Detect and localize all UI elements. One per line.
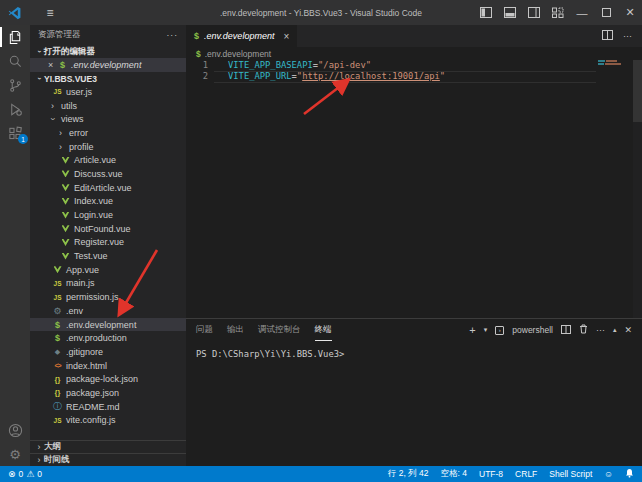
tree-item-label: .gitignore: [66, 347, 103, 357]
panel-tab[interactable]: 调试控制台: [258, 319, 301, 341]
problems-status[interactable]: ⊗ 0 ⚠ 0: [8, 469, 42, 479]
toggle-sidebar-icon[interactable]: [474, 0, 498, 25]
tree-item-utils[interactable]: ›utils: [30, 99, 186, 113]
editor-more-actions-icon[interactable]: ···: [623, 31, 632, 41]
tree-item-index-vue[interactable]: Index.vue: [30, 195, 186, 209]
customize-layout-icon[interactable]: [546, 0, 570, 25]
tree-item-permission-js[interactable]: JSpermission.js: [30, 290, 186, 304]
tree-item--env[interactable]: ⚙.env: [30, 304, 186, 318]
terminal[interactable]: PS D:\CSharp\Yi\Yi.BBS.Vue3>: [186, 341, 642, 466]
extensions-icon[interactable]: 1: [0, 121, 30, 145]
env-file-icon: $: [60, 60, 71, 70]
tree-item--env-development[interactable]: $.env.development: [30, 318, 186, 332]
project-root-section[interactable]: › YI.BBS.VUE3: [30, 72, 186, 85]
tree-item-label: README.md: [66, 402, 120, 412]
tree-item-label: package.json: [66, 388, 119, 398]
panel-tab[interactable]: 终端: [315, 319, 332, 341]
tree-item-test-vue[interactable]: Test.vue: [30, 249, 186, 263]
language-mode[interactable]: Shell Script: [549, 469, 592, 479]
chevron-down-icon: ›: [35, 74, 44, 84]
tree-item-views[interactable]: ›views: [30, 112, 186, 126]
code-editor[interactable]: 1VITE_APP_BASEAPI="/api-dev"2VITE_APP_UR…: [186, 60, 642, 318]
encoding[interactable]: UTF-8: [479, 469, 503, 479]
tree-item-readme-md[interactable]: ⓘREADME.md: [30, 400, 186, 414]
timeline-section[interactable]: › 时间线: [30, 453, 186, 466]
indentation[interactable]: 空格: 4: [441, 468, 467, 480]
notifications-bell-icon[interactable]: [625, 468, 634, 480]
outline-section[interactable]: › 大纲: [30, 440, 186, 453]
vue-icon: [60, 212, 71, 219]
toggle-panel-icon[interactable]: [498, 0, 522, 25]
toggle-secondary-sidebar-icon[interactable]: [522, 0, 546, 25]
maximize-button[interactable]: [594, 0, 618, 25]
tree-item-profile[interactable]: ›profile: [30, 140, 186, 154]
maximize-panel-icon[interactable]: ▴: [613, 326, 617, 334]
split-terminal-icon[interactable]: [561, 325, 571, 336]
json-icon: {}: [52, 388, 63, 397]
tab-env-development[interactable]: $ .env.development ×: [186, 25, 297, 47]
open-editor-item[interactable]: × $ .env.development: [30, 58, 186, 72]
source-control-icon[interactable]: [0, 73, 30, 97]
code-line-2[interactable]: 2VITE_APP_URL="http://localhost:19001/ap…: [186, 71, 642, 82]
shell-label[interactable]: powershell: [512, 325, 553, 335]
close-panel-icon[interactable]: ✕: [624, 325, 632, 335]
chevron-closed-icon: ›: [55, 142, 66, 152]
editor-area: $ .env.development × ··· $ .env.developm…: [186, 25, 642, 466]
tree-item-register-vue[interactable]: Register.vue: [30, 236, 186, 250]
eol[interactable]: CRLF: [515, 469, 537, 479]
tree-item-index-html[interactable]: <>index.html: [30, 359, 186, 373]
search-icon[interactable]: [0, 49, 30, 73]
split-editor-icon[interactable]: [602, 30, 613, 42]
panel-more-actions-icon[interactable]: ···: [596, 325, 605, 335]
env-value: ": [440, 71, 445, 81]
html-icon: <>: [52, 362, 63, 369]
tree-item-vite-config-js[interactable]: JSvite.config.js: [30, 414, 186, 428]
tree-item--gitignore[interactable]: ◆.gitignore: [30, 345, 186, 359]
tree-item-package-json[interactable]: {}package.json: [30, 386, 186, 400]
terminal-dropdown-chevron-icon[interactable]: ▾: [484, 326, 488, 334]
close-button[interactable]: ✕: [618, 0, 642, 25]
url-link[interactable]: http://localhost:19001/api: [302, 71, 440, 81]
breadcrumb[interactable]: $ .env.development: [186, 47, 642, 60]
kill-terminal-icon[interactable]: [579, 324, 588, 336]
tree-item--env-production[interactable]: $.env.production: [30, 331, 186, 345]
tab-close-icon[interactable]: ×: [283, 31, 289, 42]
cursor-position[interactable]: 行 2, 列 42: [388, 468, 429, 480]
close-editor-icon[interactable]: ×: [48, 60, 60, 70]
tree-item-main-js[interactable]: JSmain.js: [30, 277, 186, 291]
code-line-1[interactable]: 1VITE_APP_BASEAPI="/api-dev": [186, 60, 642, 71]
tree-item-login-vue[interactable]: Login.vue: [30, 208, 186, 222]
feedback-icon[interactable]: ☺: [604, 469, 613, 479]
tree-item-notfound-vue[interactable]: NotFound.vue: [30, 222, 186, 236]
diamond-icon: ◆: [52, 348, 63, 356]
minimize-button[interactable]: —: [570, 0, 594, 25]
new-terminal-icon[interactable]: +: [469, 324, 475, 336]
info-icon: ⓘ: [52, 400, 63, 413]
tree-item-editarticle-vue[interactable]: EditArticle.vue: [30, 181, 186, 195]
run-debug-icon[interactable]: [0, 97, 30, 121]
tree-item-discuss-vue[interactable]: Discuss.vue: [30, 167, 186, 181]
env-value: "/api-dev": [318, 60, 371, 70]
explorer-icon[interactable]: [0, 25, 30, 49]
minimap-slider[interactable]: [633, 60, 642, 122]
terminal-prompt: PS D:\CSharp\Yi\Yi.BBS.Vue3>: [196, 349, 344, 359]
open-editors-section[interactable]: › 打开的编辑器: [30, 45, 186, 58]
tree-item-label: Index.vue: [74, 196, 113, 206]
tree-item-package-lock-json[interactable]: {}package-lock.json: [30, 372, 186, 386]
tree-item-article-vue[interactable]: Article.vue: [30, 153, 186, 167]
vue-icon: [60, 239, 71, 246]
errors-icon: ⊗: [8, 469, 16, 479]
settings-gear-icon[interactable]: ⚙: [0, 442, 30, 466]
panel-tab[interactable]: 输出: [227, 319, 244, 341]
tree-item-user-js[interactable]: JSuser.js: [30, 85, 186, 99]
panel-tab[interactable]: 问题: [196, 319, 213, 341]
tree-item-label: Test.vue: [74, 251, 108, 261]
extensions-badge: 1: [18, 134, 28, 144]
minimap[interactable]: [598, 60, 632, 66]
tree-item-app-vue[interactable]: App.vue: [30, 263, 186, 277]
account-icon[interactable]: [0, 418, 30, 442]
activity-bar: 1 ⚙: [0, 25, 30, 466]
tree-item-error[interactable]: ›error: [30, 126, 186, 140]
hamburger-menu-icon[interactable]: ≡: [30, 6, 70, 20]
sidebar-more-actions-icon[interactable]: ···: [167, 30, 179, 40]
